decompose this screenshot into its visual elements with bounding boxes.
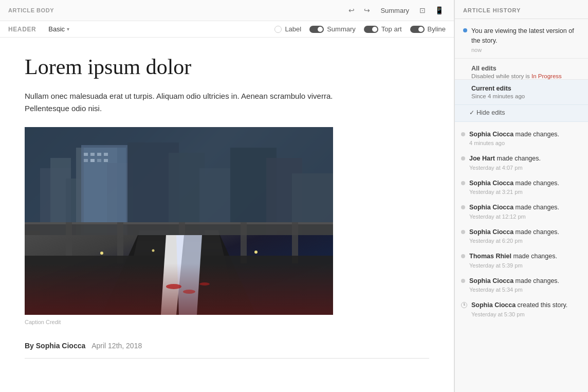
history-item-text: Sophia Ciocca made changes. [469, 228, 559, 237]
current-user-time: now [471, 47, 580, 53]
history-item-author: Thomas Rhiel [469, 253, 511, 260]
history-item-content: Sophia Ciocca created this story.Yesterd… [471, 301, 567, 317]
svg-rect-18 [84, 159, 88, 162]
article-content: Lorem ipsum dolor Nullam onec malesuada … [0, 38, 454, 392]
history-item-author: Sophia Ciocca [469, 277, 513, 284]
toggle-top-art-text: Top art [381, 25, 402, 33]
history-item[interactable]: Sophia Ciocca made changes.Yesterday at … [455, 224, 588, 248]
history-item[interactable]: Sophia Ciocca made changes.Yesterday at … [455, 199, 588, 224]
svg-point-35 [199, 282, 210, 286]
current-user-text: You are viewing the latest version of th… [471, 26, 580, 46]
header-dropdown-value: Basic [48, 25, 65, 33]
toggle-byline: Byline [410, 25, 446, 33]
svg-marker-32 [176, 235, 202, 315]
all-edits-section: All edits Disabled while story is In Pro… [455, 59, 588, 80]
toggle-top-art-track[interactable] [364, 26, 378, 33]
history-item-text: Sophia Ciocca made changes. [469, 203, 559, 212]
history-item-time: Yesterday at 5:39 pm [469, 262, 557, 269]
history-dot [461, 279, 465, 283]
article-title[interactable]: Lorem ipsum dolor [25, 54, 429, 80]
history-item-content: Thomas Rhiel made changes.Yesterday at 5… [469, 252, 557, 269]
history-item-author: Sophia Ciocca [469, 228, 513, 236]
toggle-label-circle [274, 26, 282, 33]
history-item-content: Sophia Ciocca made changes.Yesterday at … [469, 228, 559, 244]
history-dot [461, 132, 465, 136]
history-item-author: Sophia Ciocca [469, 204, 513, 211]
history-item-content: Sophia Ciocca made changes.Yesterday at … [469, 179, 559, 195]
svg-rect-16 [97, 153, 101, 156]
current-edits-time: Since 4 minutes ago [471, 93, 580, 99]
history-item-author: Sophia Ciocca [469, 131, 513, 138]
history-item[interactable]: Joe Hart made changes.Yesterday at 4:07 … [455, 150, 588, 175]
history-item-time: Yesterday at 4:07 pm [469, 165, 541, 171]
history-item[interactable]: Sophia Ciocca made changes.Yesterday at … [455, 175, 588, 200]
chevron-down-icon: ▾ [67, 26, 69, 32]
history-item-content: Sophia Ciocca made changes.Yesterday at … [469, 203, 559, 220]
svg-point-38 [254, 251, 258, 254]
history-item-text: Sophia Ciocca made changes. [469, 130, 559, 139]
current-user-dot [463, 28, 467, 32]
byline-date: April 12th, 2018 [91, 342, 142, 350]
toggle-byline-track[interactable] [410, 26, 425, 33]
section-label: ARTICLE BODY [8, 7, 54, 13]
history-item-author: Joe Hart [469, 155, 495, 162]
history-items: Sophia Ciocca made changes.4 minutes ago… [455, 122, 588, 326]
toggle-summary-text: Summary [327, 25, 356, 33]
history-item-content: Sophia Ciocca made changes.Yesterday at … [469, 277, 559, 293]
history-item-text: Sophia Ciocca created this story. [471, 301, 567, 310]
svg-rect-20 [97, 159, 101, 162]
redo-button[interactable]: ↪ [362, 5, 372, 15]
history-item-time: Yesterday at 5:34 pm [469, 287, 559, 293]
toggle-summary-track[interactable] [309, 26, 324, 33]
history-item-author: Sophia Ciocca [471, 301, 516, 309]
history-dot [461, 230, 465, 234]
hide-edits-button[interactable]: ✓ Hide edits [469, 109, 505, 116]
current-edits-section: Current edits Since 4 minutes ago [455, 80, 588, 105]
byline-author: By Sophia Ciocca [25, 342, 85, 350]
svg-rect-21 [104, 159, 108, 162]
mobile-preview-button[interactable]: 📱 [433, 5, 446, 15]
svg-rect-19 [90, 159, 95, 162]
sidebar-header: ARTICLE HISTORY [455, 0, 588, 19]
editor-area: ARTICLE BODY ↩ ↪ Summary ⊡ 📱 HEADER Basi… [0, 0, 454, 392]
highway-svg [25, 127, 333, 315]
history-item-time: Yesterday at 3:21 pm [469, 189, 559, 195]
image-caption: Caption Credit [25, 319, 429, 325]
current-user-info: You are viewing the latest version of th… [471, 26, 580, 53]
history-item[interactable]: Sophia Ciocca made changes.4 minutes ago [455, 126, 588, 151]
toolbar: ARTICLE BODY ↩ ↪ Summary ⊡ 📱 [0, 0, 454, 21]
current-user-row: You are viewing the latest version of th… [463, 26, 580, 53]
history-item[interactable]: Sophia Ciocca created this story.Yesterd… [455, 297, 588, 322]
all-edits-status: Disabled while story is In Progress [471, 73, 580, 79]
history-item-time: Yesterday at 12:12 pm [469, 213, 559, 220]
history-dot [461, 181, 465, 185]
undo-button[interactable]: ↩ [346, 5, 357, 15]
article-image-container [25, 127, 429, 315]
svg-rect-15 [90, 153, 95, 156]
history-item-time: Yesterday at 6:20 pm [469, 238, 559, 244]
toolbar-center: ↩ ↪ Summary ⊡ 📱 [346, 5, 446, 15]
history-item-text: Sophia Ciocca made changes. [469, 179, 559, 188]
toggle-group: Label Summary Top art Byline [274, 25, 446, 33]
toggle-byline-text: Byline [428, 25, 446, 33]
article-body[interactable]: Nullam onec malesuada erat ut turpis. Al… [25, 90, 333, 115]
history-item-author: Sophia Ciocca [469, 180, 513, 187]
article-history-sidebar: ARTICLE HISTORY You are viewing the late… [454, 0, 588, 392]
checkmark-icon: ✓ [469, 109, 474, 116]
svg-marker-30 [25, 256, 333, 315]
svg-point-33 [166, 284, 181, 289]
toggle-summary: Summary [309, 25, 356, 33]
summary-button[interactable]: Summary [377, 6, 412, 15]
svg-rect-14 [84, 153, 88, 156]
history-item[interactable]: Thomas Rhiel made changes.Yesterday at 5… [455, 248, 588, 273]
current-user-banner: You are viewing the latest version of th… [455, 19, 588, 59]
history-dot [461, 254, 465, 258]
header-dropdown[interactable]: Basic ▾ [48, 25, 69, 33]
view-toggle-button[interactable]: ⊡ [417, 5, 428, 15]
byline: By Sophia Ciocca April 12th, 2018 [25, 342, 429, 350]
header-bar: HEADER Basic ▾ Label Summary Top art Byl… [0, 21, 454, 38]
history-item[interactable]: Sophia Ciocca made changes.Yesterday at … [455, 273, 588, 297]
header-section-label: HEADER [8, 26, 36, 33]
history-item-text: Joe Hart made changes. [469, 154, 541, 164]
article-image [25, 127, 333, 315]
